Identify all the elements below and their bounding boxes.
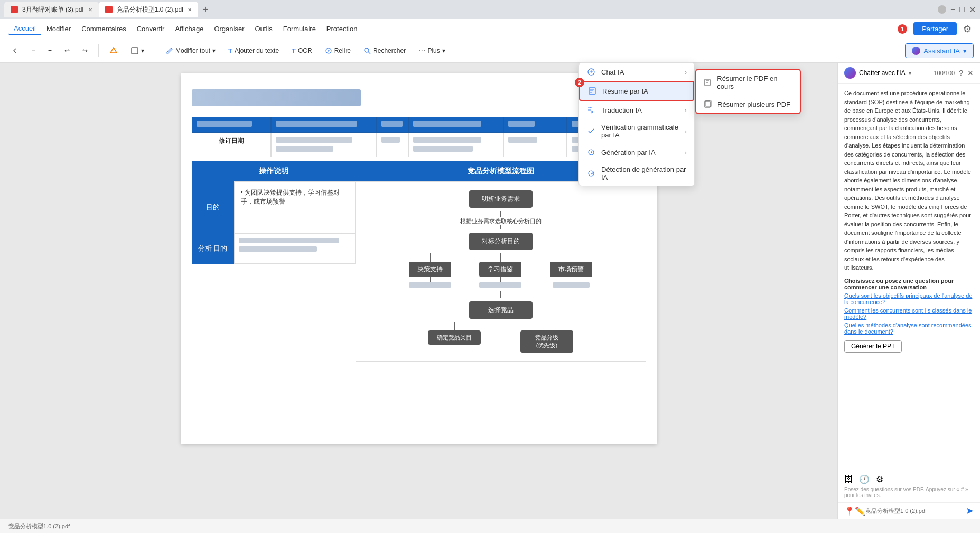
send-icon[interactable]: ➤ xyxy=(966,505,974,517)
zoom-out-btn[interactable]: − xyxy=(27,45,40,57)
right-sidebar: Chatter avec l'IA ▾ 100/100 ? ✕ Ce docum… xyxy=(837,63,980,519)
minimize-icon[interactable]: − xyxy=(950,5,955,14)
undo-icon: ↩ xyxy=(64,47,70,54)
sidebar-close-icon[interactable]: ✕ xyxy=(967,69,974,77)
sidebar-question-2[interactable]: Comment les concurrents sont-ils classés… xyxy=(844,307,974,320)
flow-node-5a: 确定竞品类目 xyxy=(428,330,481,345)
svg-marker-0 xyxy=(110,48,117,53)
arrow-1: 根据业务需求选取核心分析目的 xyxy=(460,211,542,229)
purpose-row: 目的 • 为团队决策提供支持，学习借鉴对手，或市场预警 xyxy=(192,181,356,233)
modifier-tout-btn[interactable]: Modifier tout ▾ xyxy=(162,45,220,57)
menu-accueil[interactable]: Accueil xyxy=(8,22,41,35)
share-button[interactable]: Partager xyxy=(913,22,957,35)
relire-btn[interactable]: Relire xyxy=(321,45,355,57)
flow-node-4: 选择竞品 xyxy=(469,301,533,319)
rechercher-btn[interactable]: Rechercher xyxy=(359,45,410,57)
tab-1-close[interactable]: ✕ xyxy=(88,7,92,13)
back-btn[interactable] xyxy=(6,44,23,57)
operations-label: 操作说明 xyxy=(192,161,356,181)
sidebar-location-icon[interactable]: 📍 xyxy=(844,506,855,516)
sidebar-icons-row: 🖼 🕐 ⚙ xyxy=(844,474,974,484)
chevron-down-icon[interactable]: ▾ xyxy=(909,70,911,76)
blur-d4 xyxy=(413,137,482,143)
right-panel: 竞品分析模型流程图 明析业务需求 根据业务需求选取核心分析目的 对标分析目的 xyxy=(356,161,646,362)
sidebar-question-label: Choisissez ou posez une question pour co… xyxy=(844,278,974,290)
number-badge-1: 1 xyxy=(898,24,907,34)
branch-line-2 xyxy=(500,253,501,262)
plus-btn[interactable]: ··· Plus ▾ xyxy=(414,44,450,58)
blur-a1 xyxy=(239,238,340,243)
menu-outils[interactable]: Outils xyxy=(250,23,278,35)
analysis-label: 分析 目的 xyxy=(192,233,234,264)
settings-icon[interactable]: ⚙ xyxy=(963,23,972,35)
table-data-cell-3 xyxy=(377,133,408,157)
menu-convertir[interactable]: Convertir xyxy=(132,23,170,35)
sidebar-clock-icon[interactable]: 🕐 xyxy=(859,474,870,484)
bbl2 xyxy=(547,322,547,330)
branch-line-3 xyxy=(571,253,571,262)
table-data-cell-2 xyxy=(271,133,377,157)
zoom-in-btn[interactable]: + xyxy=(44,45,56,57)
highlight-icon xyxy=(109,47,118,55)
sidebar-question-3[interactable]: Quelles méthodes d'analyse sont recomman… xyxy=(844,322,974,335)
ocr-btn[interactable]: T OCR xyxy=(287,45,316,57)
flow-node-3c: 市场预警 xyxy=(550,262,592,277)
blur-d4b xyxy=(413,146,473,152)
highlight-btn[interactable] xyxy=(105,44,122,57)
left-panel: 操作说明 目的 • 为团队决策提供支持，学习借鉴对手，或市场预警 分析 目的 xyxy=(192,161,356,362)
undo-btn[interactable]: ↩ xyxy=(60,45,74,57)
purpose-text: • 为团队决策提供支持，学习借鉴对手，或市场预警 xyxy=(234,181,356,233)
blur-d5 xyxy=(508,137,537,143)
new-tab-button[interactable]: + xyxy=(198,4,212,15)
sidebar-edit-icon[interactable]: ✏️ xyxy=(855,506,865,516)
flow-node-3b: 学习借鉴 xyxy=(479,262,521,277)
edit-icon xyxy=(166,47,173,54)
ajouter-texte-btn[interactable]: T Ajouter du texte xyxy=(224,45,283,57)
menu-modifier[interactable]: Modifier xyxy=(41,23,76,35)
flowchart: 明析业务需求 根据业务需求选取核心分析目的 对标分析目的 xyxy=(360,186,641,357)
blur-d2 xyxy=(276,137,353,143)
close-window-icon[interactable]: ✕ xyxy=(969,5,976,15)
tab-2-close[interactable]: ✕ xyxy=(188,7,192,13)
gen-ppt-button[interactable]: Générer le PPT xyxy=(844,340,902,353)
blur-5 xyxy=(508,121,535,127)
line-3 xyxy=(500,291,501,298)
menu-protection[interactable]: Protection xyxy=(321,23,363,35)
maximize-icon[interactable]: □ xyxy=(959,5,965,14)
menu-commentaires[interactable]: Commentaires xyxy=(76,23,132,35)
sidebar-settings-icon[interactable]: ⚙ xyxy=(876,474,883,484)
right-panel-header: 竞品分析模型流程图 xyxy=(356,161,646,181)
ai-assistant-button[interactable]: Assistant IA ▾ xyxy=(905,43,974,58)
flow-node-1: 明析业务需求 xyxy=(469,190,533,208)
bl4 xyxy=(571,277,571,282)
blur-d2b xyxy=(276,146,333,152)
ai-assistant-label: Assistant IA xyxy=(923,47,960,55)
blur-d6b xyxy=(572,146,658,152)
sidebar-image-icon[interactable]: 🖼 xyxy=(844,475,853,484)
branch-b1: 确定竞品类目 xyxy=(408,322,501,345)
plus-label: Plus xyxy=(427,47,440,54)
menu-formulaire[interactable]: Formulaire xyxy=(278,23,321,35)
purpose-label: 目的 xyxy=(192,181,234,233)
blur-3 xyxy=(381,121,403,127)
sidebar-question-1[interactable]: Quels sont les objectifs principaux de l… xyxy=(844,292,974,305)
bl3 xyxy=(500,277,501,282)
flowchart-container: 明析业务需求 根据业务需求选取核心分析目的 对标分析目的 xyxy=(356,181,646,362)
menu-bar: Accueil Modifier Commentaires Convertir … xyxy=(0,19,980,39)
svg-line-4 xyxy=(368,52,370,54)
pdf-area[interactable]: 修订日期 xyxy=(0,63,837,519)
menu-organiser[interactable]: Organiser xyxy=(209,23,249,35)
table-header-cell-4 xyxy=(408,117,503,133)
shape-btn[interactable]: ▾ xyxy=(126,44,148,57)
branch-line-1 xyxy=(430,253,431,262)
sidebar-title-area: Chatter avec l'IA ▾ xyxy=(844,67,911,79)
zoom-in-icon: + xyxy=(48,47,52,54)
tab-2[interactable]: 竞品分析模型1.0 (2).pdf ✕ xyxy=(99,2,199,17)
branch-2: 学习借鉴 xyxy=(465,253,536,288)
redo-btn[interactable]: ↪ xyxy=(78,45,92,57)
question-icon[interactable]: ? xyxy=(959,69,963,77)
left-content-area: 目的 • 为团队决策提供支持，学习借鉴对手，或市场预警 分析 目的 xyxy=(192,181,356,264)
blur-4 xyxy=(413,121,482,127)
tab-1[interactable]: 3月翻译对账单 (3).pdf ✕ xyxy=(4,2,99,17)
menu-affichage[interactable]: Affichage xyxy=(170,23,209,35)
